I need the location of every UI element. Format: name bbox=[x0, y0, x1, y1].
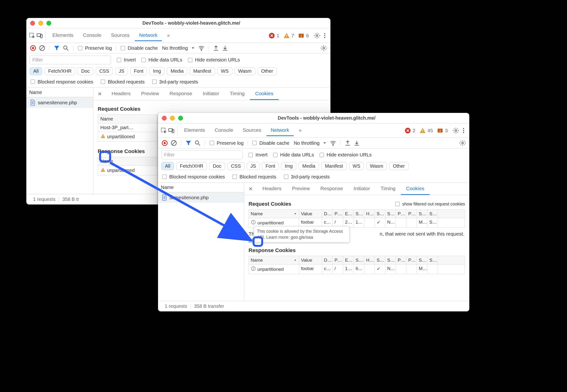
dtab-timing[interactable]: Timing bbox=[375, 183, 401, 195]
error-count[interactable]: 2 bbox=[403, 127, 417, 134]
record-icon[interactable] bbox=[161, 140, 168, 146]
settings-icon[interactable] bbox=[314, 32, 320, 39]
throttling-select[interactable]: No throttling bbox=[162, 45, 188, 51]
device-icon[interactable] bbox=[168, 127, 175, 134]
minimize-window-icon[interactable] bbox=[38, 21, 43, 26]
blocked-response-cookies-checkbox[interactable]: Blocked response cookies bbox=[161, 174, 225, 180]
filter-icon[interactable] bbox=[53, 45, 60, 51]
search-icon[interactable] bbox=[194, 140, 201, 146]
col-name[interactable]: Name bbox=[249, 210, 299, 218]
warning-count[interactable]: 45 bbox=[418, 127, 434, 134]
dtab-response[interactable]: Response bbox=[164, 88, 197, 100]
close-details-icon[interactable]: ✕ bbox=[244, 183, 257, 195]
tab-network[interactable]: Network bbox=[267, 125, 294, 136]
more-icon[interactable] bbox=[460, 127, 467, 134]
chip-media[interactable]: Media bbox=[167, 67, 187, 75]
error-count[interactable]: 1 bbox=[267, 32, 281, 39]
preserve-log-checkbox[interactable]: Preserve log bbox=[209, 140, 243, 146]
download-icon[interactable] bbox=[222, 45, 228, 51]
preserve-log-checkbox[interactable]: Preserve log bbox=[77, 45, 112, 51]
chip-all[interactable]: All bbox=[161, 162, 174, 170]
dtab-headers[interactable]: Headers bbox=[106, 88, 136, 100]
chip-wasm[interactable]: Wasm bbox=[235, 67, 255, 75]
chip-ws[interactable]: WS bbox=[217, 67, 232, 75]
column-name-header[interactable]: Name bbox=[158, 183, 244, 192]
chip-other[interactable]: Other bbox=[258, 67, 277, 75]
column-name-header[interactable]: Name bbox=[26, 88, 93, 97]
chip-css[interactable]: CSS bbox=[96, 67, 113, 75]
invert-checkbox[interactable]: Invert bbox=[248, 152, 268, 158]
col-name[interactable]: Name bbox=[249, 256, 299, 264]
tab-sources[interactable]: Sources bbox=[239, 125, 266, 136]
tabs-overflow[interactable]: » bbox=[163, 30, 174, 41]
throttling-select[interactable]: No throttling bbox=[294, 140, 320, 146]
dtab-preview[interactable]: Preview bbox=[136, 88, 164, 100]
issue-count[interactable]: 6 bbox=[297, 32, 310, 39]
wifi-icon[interactable] bbox=[330, 140, 336, 146]
chip-media[interactable]: Media bbox=[298, 162, 319, 170]
filter-input[interactable]: Filter bbox=[161, 150, 243, 159]
settings-icon[interactable] bbox=[453, 127, 459, 134]
clear-icon[interactable] bbox=[170, 140, 177, 146]
inspect-icon[interactable] bbox=[160, 127, 167, 134]
download-icon[interactable] bbox=[353, 140, 360, 146]
invert-checkbox[interactable]: Invert bbox=[116, 57, 136, 63]
third-party-requests-checkbox[interactable]: 3rd-party requests bbox=[151, 79, 198, 85]
chevron-down-icon[interactable] bbox=[322, 140, 327, 146]
chip-manifest[interactable]: Manifest bbox=[321, 162, 347, 170]
hide-data-urls-checkbox[interactable]: Hide data URLs bbox=[141, 57, 182, 63]
dtab-timing[interactable]: Timing bbox=[224, 88, 250, 100]
chip-font[interactable]: Font bbox=[262, 162, 279, 170]
device-icon[interactable] bbox=[36, 32, 43, 39]
gear-icon[interactable] bbox=[459, 140, 466, 146]
dtab-headers[interactable]: Headers bbox=[257, 183, 287, 195]
filter-icon[interactable] bbox=[185, 140, 192, 146]
more-icon[interactable] bbox=[321, 32, 328, 39]
chip-ws[interactable]: WS bbox=[349, 162, 364, 170]
chip-manifest[interactable]: Manifest bbox=[190, 67, 215, 75]
maximize-window-icon[interactable] bbox=[46, 21, 51, 26]
blocked-requests-checkbox[interactable]: Blocked requests bbox=[232, 174, 276, 180]
close-window-icon[interactable] bbox=[30, 21, 35, 26]
close-details-icon[interactable]: ✕ bbox=[93, 88, 106, 100]
blocked-requests-checkbox[interactable]: Blocked requests bbox=[100, 79, 144, 85]
inspect-icon[interactable] bbox=[29, 32, 35, 39]
dtab-initiator[interactable]: Initiator bbox=[197, 88, 224, 100]
filter-input[interactable]: Filter bbox=[30, 56, 111, 64]
chip-img[interactable]: Img bbox=[281, 162, 296, 170]
third-party-requests-checkbox[interactable]: 3rd-party requests bbox=[283, 174, 330, 180]
tabs-overflow[interactable]: » bbox=[295, 125, 306, 136]
dtab-cookies[interactable]: Cookies bbox=[250, 88, 279, 100]
disable-cache-checkbox[interactable]: Disable cache bbox=[252, 140, 289, 146]
chip-css[interactable]: CSS bbox=[227, 162, 244, 170]
search-icon[interactable] bbox=[62, 45, 69, 51]
dtab-preview[interactable]: Preview bbox=[287, 183, 315, 195]
gear-icon[interactable] bbox=[320, 45, 327, 51]
tab-console[interactable]: Console bbox=[210, 125, 238, 136]
res-cookie-row[interactable]: unpartitioned foobar c… / 1… 6… ✓ N… M… bbox=[249, 265, 465, 274]
tab-network[interactable]: Network bbox=[135, 30, 162, 41]
hide-data-urls-checkbox[interactable]: Hide data URLs bbox=[272, 152, 314, 158]
clear-icon[interactable] bbox=[39, 45, 45, 51]
blocked-response-cookies-checkbox[interactable]: Blocked response cookies bbox=[30, 79, 93, 85]
request-row[interactable]: samesitenone.php bbox=[158, 192, 244, 203]
request-row[interactable]: samesitenone.php bbox=[26, 97, 93, 108]
hide-extension-urls-checkbox[interactable]: Hide extension URLs bbox=[187, 57, 240, 63]
dtab-cookies[interactable]: Cookies bbox=[401, 183, 430, 195]
dtab-initiator[interactable]: Initiator bbox=[348, 183, 375, 195]
show-filtered-checkbox[interactable]: show filtered out request cookies bbox=[394, 201, 465, 207]
maximize-window-icon[interactable] bbox=[178, 116, 183, 121]
chip-js[interactable]: JS bbox=[115, 67, 128, 75]
col-value[interactable]: Value bbox=[299, 210, 322, 218]
chip-js[interactable]: JS bbox=[247, 162, 260, 170]
tab-sources[interactable]: Sources bbox=[107, 30, 134, 41]
chip-wasm[interactable]: Wasm bbox=[366, 162, 387, 170]
dtab-response[interactable]: Response bbox=[315, 183, 348, 195]
chip-img[interactable]: Img bbox=[149, 67, 164, 75]
chip-doc[interactable]: Doc bbox=[209, 162, 225, 170]
upload-icon[interactable] bbox=[344, 140, 351, 146]
chip-doc[interactable]: Doc bbox=[78, 67, 93, 75]
chip-other[interactable]: Other bbox=[389, 162, 408, 170]
record-icon[interactable] bbox=[30, 45, 36, 51]
chevron-down-icon[interactable] bbox=[190, 45, 196, 51]
